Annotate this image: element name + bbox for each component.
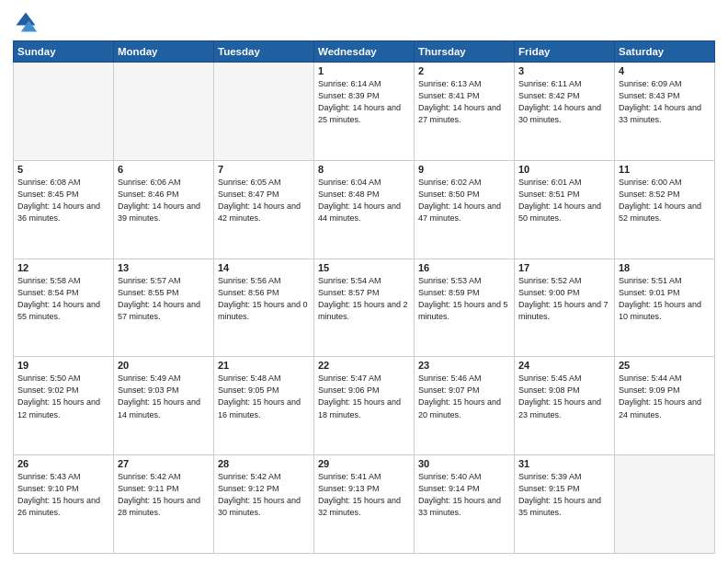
calendar-cell: 20Sunrise: 5:49 AMSunset: 9:03 PMDayligh… [114, 357, 214, 455]
day-number: 15 [318, 262, 410, 273]
day-info: Sunrise: 5:39 AMSunset: 9:15 PMDaylight:… [518, 471, 610, 519]
weekday-header-wednesday: Wednesday [314, 41, 415, 63]
calendar-cell: 17Sunrise: 5:52 AMSunset: 9:00 PMDayligh… [515, 259, 615, 357]
day-info: Sunrise: 5:54 AMSunset: 8:57 PMDaylight:… [318, 275, 410, 323]
day-number: 13 [118, 262, 210, 273]
calendar-cell: 8Sunrise: 6:04 AMSunset: 8:48 PMDaylight… [314, 160, 415, 259]
day-info: Sunrise: 5:43 AMSunset: 9:10 PMDaylight:… [17, 471, 109, 519]
day-info: Sunrise: 5:45 AMSunset: 9:08 PMDaylight:… [518, 373, 610, 420]
day-number: 30 [418, 458, 510, 469]
day-info: Sunrise: 6:05 AMSunset: 8:47 PMDaylight:… [218, 177, 310, 224]
calendar-cell: 3Sunrise: 6:11 AMSunset: 8:42 PMDaylight… [515, 63, 615, 161]
day-info: Sunrise: 5:52 AMSunset: 9:00 PMDaylight:… [518, 275, 610, 323]
calendar-week-4: 19Sunrise: 5:50 AMSunset: 9:02 PMDayligh… [14, 357, 715, 455]
day-number: 12 [17, 262, 109, 273]
calendar-cell: 4Sunrise: 6:09 AMSunset: 8:43 PMDaylight… [615, 63, 715, 161]
day-info: Sunrise: 5:56 AMSunset: 8:56 PMDaylight:… [218, 275, 310, 323]
day-info: Sunrise: 6:00 AMSunset: 8:52 PMDaylight:… [619, 177, 711, 224]
calendar-week-3: 12Sunrise: 5:58 AMSunset: 8:54 PMDayligh… [14, 259, 715, 357]
logo [13, 9, 42, 35]
weekday-header-thursday: Thursday [415, 41, 515, 63]
logo-icon [13, 9, 39, 35]
day-info: Sunrise: 5:50 AMSunset: 9:02 PMDaylight:… [17, 373, 109, 420]
weekday-header-tuesday: Tuesday [214, 41, 314, 63]
day-number: 16 [418, 262, 510, 273]
day-info: Sunrise: 5:46 AMSunset: 9:07 PMDaylight:… [418, 373, 510, 420]
calendar-cell [114, 63, 214, 161]
calendar-cell [214, 63, 314, 161]
day-number: 21 [218, 360, 310, 371]
calendar-cell: 27Sunrise: 5:42 AMSunset: 9:11 PMDayligh… [114, 455, 214, 554]
calendar-cell: 6Sunrise: 6:06 AMSunset: 8:46 PMDaylight… [114, 160, 214, 259]
weekday-header-saturday: Saturday [615, 41, 715, 63]
day-number: 4 [619, 65, 711, 76]
day-info: Sunrise: 5:47 AMSunset: 9:06 PMDaylight:… [318, 373, 410, 420]
day-number: 20 [118, 360, 210, 371]
calendar-cell: 26Sunrise: 5:43 AMSunset: 9:10 PMDayligh… [14, 455, 114, 554]
day-number: 10 [518, 164, 610, 175]
day-number: 3 [518, 65, 610, 76]
day-info: Sunrise: 6:02 AMSunset: 8:50 PMDaylight:… [418, 177, 510, 224]
calendar-cell: 29Sunrise: 5:41 AMSunset: 9:13 PMDayligh… [314, 455, 415, 554]
day-info: Sunrise: 5:40 AMSunset: 9:14 PMDaylight:… [418, 471, 510, 519]
day-number: 19 [17, 360, 109, 371]
day-number: 24 [518, 360, 610, 371]
header [13, 9, 715, 35]
day-number: 7 [218, 164, 310, 175]
day-number: 22 [318, 360, 410, 371]
day-number: 23 [418, 360, 510, 371]
calendar-cell: 30Sunrise: 5:40 AMSunset: 9:14 PMDayligh… [415, 455, 515, 554]
day-number: 8 [318, 164, 410, 175]
day-info: Sunrise: 5:57 AMSunset: 8:55 PMDaylight:… [118, 275, 210, 323]
calendar-cell: 25Sunrise: 5:44 AMSunset: 9:09 PMDayligh… [615, 357, 715, 455]
day-number: 9 [418, 164, 510, 175]
calendar-cell: 22Sunrise: 5:47 AMSunset: 9:06 PMDayligh… [314, 357, 415, 455]
day-info: Sunrise: 6:04 AMSunset: 8:48 PMDaylight:… [318, 177, 410, 224]
day-number: 1 [318, 65, 410, 76]
calendar-cell: 15Sunrise: 5:54 AMSunset: 8:57 PMDayligh… [314, 259, 415, 357]
calendar-cell: 2Sunrise: 6:13 AMSunset: 8:41 PMDaylight… [415, 63, 515, 161]
calendar-cell: 24Sunrise: 5:45 AMSunset: 9:08 PMDayligh… [515, 357, 615, 455]
day-number: 26 [17, 458, 109, 469]
calendar-header-row: SundayMondayTuesdayWednesdayThursdayFrid… [14, 41, 715, 63]
calendar-cell: 19Sunrise: 5:50 AMSunset: 9:02 PMDayligh… [14, 357, 114, 455]
day-number: 18 [619, 262, 711, 273]
calendar-cell [14, 63, 114, 161]
day-number: 11 [619, 164, 711, 175]
calendar-cell: 28Sunrise: 5:42 AMSunset: 9:12 PMDayligh… [214, 455, 314, 554]
calendar-table: SundayMondayTuesdayWednesdayThursdayFrid… [13, 40, 715, 554]
day-number: 2 [418, 65, 510, 76]
day-info: Sunrise: 5:48 AMSunset: 9:05 PMDaylight:… [218, 373, 310, 420]
day-number: 29 [318, 458, 410, 469]
day-info: Sunrise: 5:41 AMSunset: 9:13 PMDaylight:… [318, 471, 410, 519]
day-number: 14 [218, 262, 310, 273]
calendar-cell: 21Sunrise: 5:48 AMSunset: 9:05 PMDayligh… [214, 357, 314, 455]
calendar-cell [615, 455, 715, 554]
calendar-cell: 23Sunrise: 5:46 AMSunset: 9:07 PMDayligh… [415, 357, 515, 455]
calendar-cell: 18Sunrise: 5:51 AMSunset: 9:01 PMDayligh… [615, 259, 715, 357]
day-info: Sunrise: 6:13 AMSunset: 8:41 PMDaylight:… [418, 78, 510, 126]
calendar-cell: 11Sunrise: 6:00 AMSunset: 8:52 PMDayligh… [615, 160, 715, 259]
day-number: 28 [218, 458, 310, 469]
calendar-week-1: 1Sunrise: 6:14 AMSunset: 8:39 PMDaylight… [14, 63, 715, 161]
calendar-cell: 31Sunrise: 5:39 AMSunset: 9:15 PMDayligh… [515, 455, 615, 554]
calendar-cell: 9Sunrise: 6:02 AMSunset: 8:50 PMDaylight… [415, 160, 515, 259]
day-info: Sunrise: 6:01 AMSunset: 8:51 PMDaylight:… [518, 177, 610, 224]
day-number: 31 [518, 458, 610, 469]
page: SundayMondayTuesdayWednesdayThursdayFrid… [0, 0, 728, 563]
calendar-cell: 1Sunrise: 6:14 AMSunset: 8:39 PMDaylight… [314, 63, 415, 161]
calendar-cell: 7Sunrise: 6:05 AMSunset: 8:47 PMDaylight… [214, 160, 314, 259]
day-info: Sunrise: 6:08 AMSunset: 8:45 PMDaylight:… [17, 177, 109, 224]
day-info: Sunrise: 6:14 AMSunset: 8:39 PMDaylight:… [318, 78, 410, 126]
weekday-header-monday: Monday [114, 41, 214, 63]
calendar-week-5: 26Sunrise: 5:43 AMSunset: 9:10 PMDayligh… [14, 455, 715, 554]
day-info: Sunrise: 5:53 AMSunset: 8:59 PMDaylight:… [418, 275, 510, 323]
day-number: 25 [619, 360, 711, 371]
day-info: Sunrise: 5:44 AMSunset: 9:09 PMDaylight:… [619, 373, 711, 420]
day-info: Sunrise: 5:42 AMSunset: 9:12 PMDaylight:… [218, 471, 310, 519]
day-info: Sunrise: 5:49 AMSunset: 9:03 PMDaylight:… [118, 373, 210, 420]
weekday-header-sunday: Sunday [14, 41, 114, 63]
day-number: 17 [518, 262, 610, 273]
calendar-cell: 13Sunrise: 5:57 AMSunset: 8:55 PMDayligh… [114, 259, 214, 357]
svg-marker-0 [17, 13, 36, 26]
